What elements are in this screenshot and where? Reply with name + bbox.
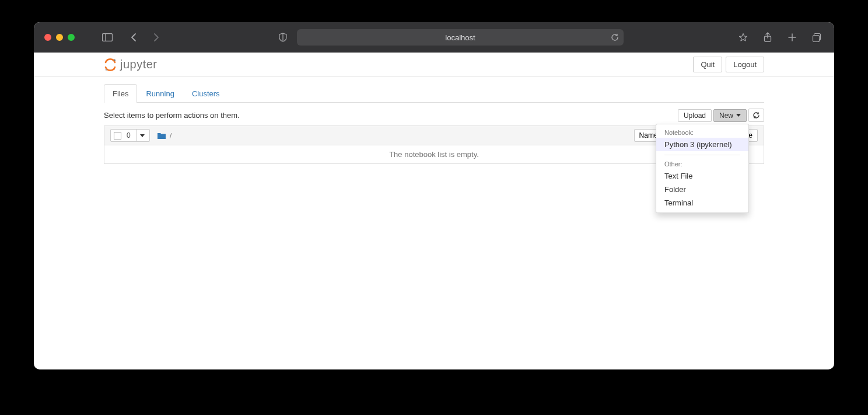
toolbar-right xyxy=(736,30,824,44)
tab-files[interactable]: Files xyxy=(104,84,137,103)
folder-icon[interactable] xyxy=(157,132,166,140)
quit-button[interactable]: Quit xyxy=(693,57,722,72)
dropdown-section-notebook: Notebook: xyxy=(656,127,748,138)
reload-icon[interactable] xyxy=(611,33,619,41)
menu-item-python3[interactable]: Python 3 (ipykernel) xyxy=(656,138,748,151)
jupyter-logo-text: jupyter xyxy=(120,58,158,71)
new-dropdown-label: New xyxy=(719,111,733,120)
svg-rect-0 xyxy=(103,34,113,41)
dropdown-section-other: Other: xyxy=(656,159,748,169)
breadcrumb-root[interactable]: / xyxy=(170,131,172,140)
share-icon[interactable] xyxy=(761,30,775,44)
new-dropdown-button[interactable]: New xyxy=(713,109,747,122)
address-bar[interactable]: localhost xyxy=(297,29,624,46)
caret-down-icon xyxy=(140,134,145,137)
refresh-button[interactable] xyxy=(748,109,764,122)
selected-count: 0 xyxy=(124,131,134,140)
browser-window: localhost xyxy=(34,22,834,369)
caret-down-icon xyxy=(736,114,741,117)
select-all-group[interactable]: 0 xyxy=(110,129,150,142)
tab-running[interactable]: Running xyxy=(137,84,183,103)
forward-button[interactable] xyxy=(149,30,163,44)
shield-icon[interactable] xyxy=(276,30,290,44)
jupyter-logo-icon xyxy=(104,58,117,71)
svg-point-9 xyxy=(114,69,115,70)
tabs-overview-icon[interactable] xyxy=(810,30,824,44)
menu-item-terminal[interactable]: Terminal xyxy=(656,196,748,210)
col-name-label: Name xyxy=(639,131,658,140)
svg-point-8 xyxy=(106,69,107,71)
upload-button[interactable]: Upload xyxy=(678,109,712,122)
jupyter-header: jupyter Quit Logout xyxy=(34,53,834,77)
file-toolbar-row: Select items to perform actions on them.… xyxy=(104,109,764,122)
jupyter-body: Files Running Clusters Select items to p… xyxy=(34,84,834,164)
select-dropdown-toggle[interactable] xyxy=(136,130,148,141)
svg-rect-6 xyxy=(813,35,819,41)
select-all-checkbox[interactable] xyxy=(114,132,121,140)
new-tab-icon[interactable] xyxy=(785,30,799,44)
menu-item-textfile[interactable]: Text File xyxy=(656,169,748,183)
instruction-text: Select items to perform actions on them. xyxy=(104,111,240,120)
logout-button[interactable]: Logout xyxy=(726,57,764,72)
titlebar: localhost xyxy=(34,22,834,53)
back-button[interactable] xyxy=(126,30,140,44)
traffic-lights xyxy=(44,34,75,41)
breadcrumb: / xyxy=(157,131,172,140)
tab-clusters[interactable]: Clusters xyxy=(183,84,229,103)
menu-item-folder[interactable]: Folder xyxy=(656,183,748,196)
nav-buttons xyxy=(126,30,163,44)
window-minimize-button[interactable] xyxy=(56,34,63,41)
new-dropdown-menu: Notebook: Python 3 (ipykernel) Other: Te… xyxy=(656,124,749,213)
bookmark-icon[interactable] xyxy=(736,30,750,44)
svg-point-7 xyxy=(114,59,116,61)
address-text: localhost xyxy=(445,33,475,42)
tabs: Files Running Clusters xyxy=(104,84,764,103)
sidebar-toggle-icon[interactable] xyxy=(100,30,114,44)
jupyter-logo[interactable]: jupyter xyxy=(104,58,158,71)
toolbar-right-group: Upload New Notebook: Python 3 (ipykernel… xyxy=(678,109,764,122)
window-zoom-button[interactable] xyxy=(68,34,75,41)
dropdown-divider xyxy=(664,155,740,155)
window-close-button[interactable] xyxy=(44,34,51,41)
